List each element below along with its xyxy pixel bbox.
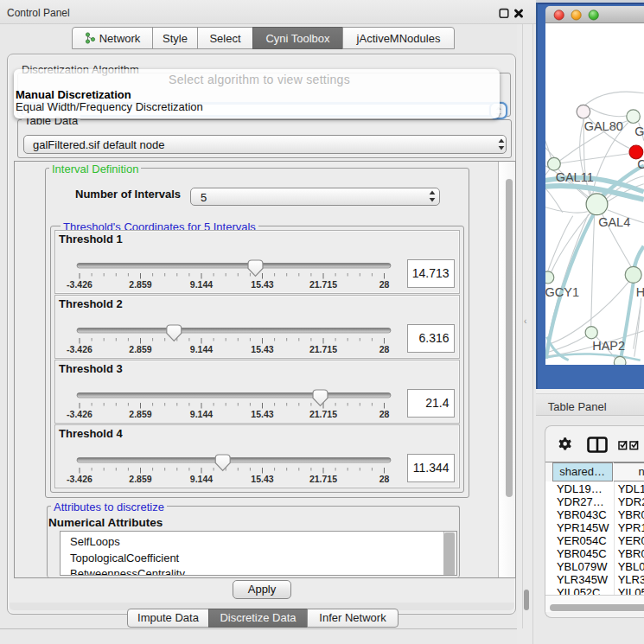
svg-text:2.859: 2.859 — [129, 409, 151, 419]
svg-text:9.144: 9.144 — [190, 409, 213, 419]
svg-text:9.144: 9.144 — [190, 344, 213, 354]
svg-text:-3.426: -3.426 — [67, 474, 92, 484]
svg-text:CD: CD — [637, 157, 643, 171]
svg-text:GAL3: GAL3 — [634, 124, 643, 138]
svg-text:HAP2: HAP2 — [592, 339, 625, 353]
svg-text:21.715: 21.715 — [309, 344, 337, 354]
svg-text:GAL80: GAL80 — [584, 119, 623, 133]
svg-text:28: 28 — [379, 344, 390, 354]
svg-text:21.715: 21.715 — [309, 409, 337, 419]
svg-text:28: 28 — [379, 409, 390, 419]
svg-text:15.43: 15.43 — [251, 344, 273, 354]
svg-text:-3.426: -3.426 — [67, 409, 92, 419]
svg-text:21.715: 21.715 — [309, 474, 337, 484]
svg-text:-3.426: -3.426 — [67, 279, 92, 290]
svg-text:15.43: 15.43 — [251, 279, 273, 290]
svg-text:GAL4: GAL4 — [598, 215, 630, 229]
svg-text:15.43: 15.43 — [251, 474, 273, 484]
svg-text:9.144: 9.144 — [190, 279, 213, 290]
svg-text:15.43: 15.43 — [251, 409, 273, 419]
svg-text:21.715: 21.715 — [309, 279, 337, 290]
svg-text:GAL11: GAL11 — [556, 170, 594, 184]
svg-text:2.859: 2.859 — [129, 474, 151, 484]
svg-text:28: 28 — [379, 279, 390, 290]
svg-text:28: 28 — [379, 474, 390, 484]
svg-text:9.144: 9.144 — [190, 474, 213, 484]
svg-text:2.859: 2.859 — [129, 344, 151, 354]
svg-text:HA: HA — [636, 285, 644, 299]
svg-text:GCY1: GCY1 — [545, 285, 579, 299]
svg-text:-3.426: -3.426 — [67, 344, 92, 354]
svg-text:2.859: 2.859 — [129, 279, 151, 290]
